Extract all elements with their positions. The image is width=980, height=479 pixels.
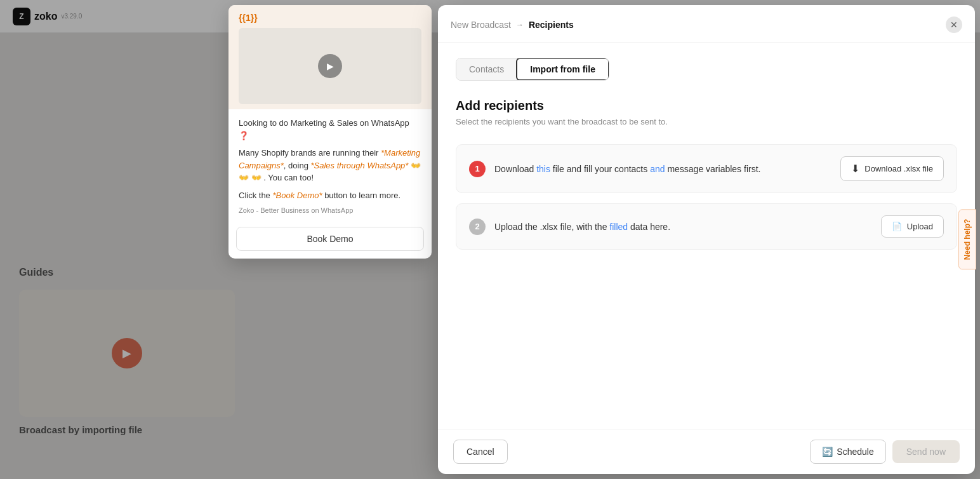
- step-2-link-filled: filled: [609, 222, 628, 232]
- schedule-label: Schedule: [837, 447, 873, 457]
- breadcrumb-arrow: →: [516, 20, 524, 29]
- upload-icon: 📄: [892, 222, 902, 231]
- download-xlsx-button[interactable]: ⬇ Download .xlsx file: [840, 156, 944, 181]
- tabs-row: Contacts Import from file: [456, 58, 609, 81]
- breadcrumb-current: Recipients: [529, 20, 574, 30]
- message-body: Looking to do Marketing & Sales on Whats…: [228, 109, 432, 222]
- upload-button[interactable]: 📄 Upload: [881, 215, 944, 238]
- schedule-icon: 🔄: [822, 447, 833, 457]
- dialog-header: New Broadcast → Recipients ✕: [438, 5, 975, 43]
- message-preview-card: {{1}} ▶ Looking to do Marketing & Sales …: [228, 5, 432, 259]
- download-btn-label: Download .xlsx file: [864, 164, 933, 173]
- schedule-button[interactable]: 🔄 Schedule: [810, 440, 885, 464]
- message-line2: Many Shopify brands are running their *M…: [239, 147, 421, 184]
- breadcrumb: New Broadcast → Recipients: [451, 20, 574, 30]
- step-1-text: Download this file and fill your contact…: [494, 164, 760, 174]
- step-2-text: Upload the .xlsx file, with the filled d…: [494, 222, 670, 232]
- section-subtitle: Select the recipients you want the broad…: [456, 117, 957, 126]
- step-1-row: 1 Download this file and fill your conta…: [456, 144, 957, 193]
- tab-import-from-file[interactable]: Import from file: [516, 58, 609, 81]
- video-play-icon[interactable]: ▶: [318, 54, 342, 78]
- dialog-footer: Cancel 🔄 Schedule Send now: [438, 429, 975, 474]
- book-demo-button[interactable]: Book Demo: [236, 227, 424, 251]
- step-2-number: 2: [469, 219, 486, 235]
- steps-container: 1 Download this file and fill your conta…: [456, 144, 957, 250]
- cancel-button[interactable]: Cancel: [453, 440, 508, 464]
- message-line1: Looking to do Marketing & Sales on Whats…: [239, 117, 421, 142]
- dialog-body: Contacts Import from file Add recipients…: [438, 43, 975, 429]
- step-1-link-and: and: [650, 164, 665, 174]
- dialog-close-button[interactable]: ✕: [946, 17, 962, 33]
- template-tag: {{1}}: [239, 13, 421, 23]
- need-help-tab[interactable]: Need help?: [958, 210, 976, 270]
- step-1-left: 1 Download this file and fill your conta…: [469, 161, 760, 177]
- breadcrumb-parent: New Broadcast: [451, 20, 511, 30]
- download-icon: ⬇: [851, 163, 859, 175]
- step-1-link-this: this: [536, 164, 550, 174]
- footer-right: 🔄 Schedule Send now: [810, 440, 960, 464]
- message-line3: Click the *Book Demo* button to learn mo…: [239, 189, 421, 202]
- recipients-dialog: New Broadcast → Recipients ✕ Contacts Im…: [438, 5, 975, 474]
- upload-btn-label: Upload: [907, 222, 933, 231]
- tab-contacts[interactable]: Contacts: [456, 58, 517, 80]
- step-2-left: 2 Upload the .xlsx file, with the filled…: [469, 219, 670, 235]
- company-tag: Zoko - Better Business on WhatsApp: [239, 206, 421, 214]
- section-title: Add recipients: [456, 98, 957, 113]
- step-2-row: 2 Upload the .xlsx file, with the filled…: [456, 203, 957, 250]
- message-card-header: {{1}} ▶: [228, 5, 432, 109]
- send-now-button[interactable]: Send now: [892, 440, 960, 463]
- message-video-thumbnail: ▶: [239, 28, 421, 104]
- step-1-number: 1: [469, 161, 486, 177]
